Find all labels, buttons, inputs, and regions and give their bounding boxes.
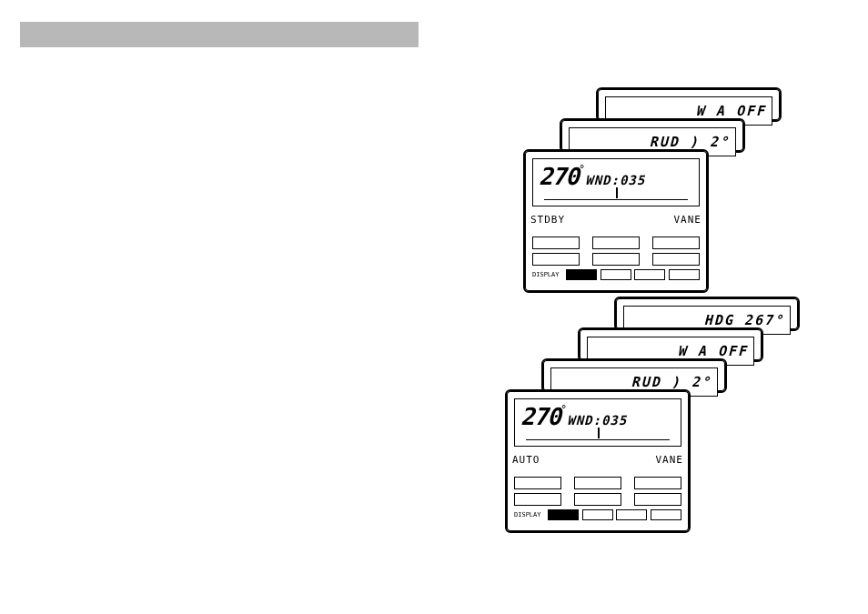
display-button[interactable] (566, 269, 597, 280)
aux-value: WND:035 (567, 413, 627, 428)
button[interactable] (634, 269, 665, 280)
lcd-text: W A OFF (696, 103, 766, 119)
title-bar (20, 22, 419, 47)
lcd: 270°WND:035 (532, 158, 700, 206)
device-back-1: RUD ) 2° (541, 358, 727, 393)
mode-right: VANE (656, 454, 684, 466)
lcd-text: RUD ) 2° (650, 134, 730, 150)
mode-left: AUTO (512, 454, 540, 466)
device-back-3: HDG 267° (614, 297, 800, 331)
mode-left: STDBY (530, 214, 565, 226)
device-back-2: W A OFF (596, 87, 782, 122)
button[interactable] (574, 477, 621, 489)
button-row (514, 493, 681, 506)
page: W A OFF RUD ) 2° 270°WND:035 STDBY VANE (0, 0, 868, 614)
heading-value: 270 (520, 403, 560, 430)
mode-row: STDBY VANE (525, 214, 707, 229)
button[interactable] (669, 269, 700, 280)
device-front: 270°WND:035 STDBY VANE DIS (523, 149, 709, 293)
button[interactable] (601, 269, 631, 280)
device-front: 270°WND:035 AUTO VANE DISP (505, 389, 691, 533)
device-stack-2: HDG 267° W A OFF RUD ) 2° 270°WND:035 AU… (505, 297, 833, 533)
lcd-text: RUD ) 2° (631, 374, 712, 390)
rudder-scale (544, 192, 688, 200)
button-row: DISPLAY (514, 509, 681, 520)
display-label: DISPLAY (514, 511, 541, 518)
button[interactable] (532, 237, 580, 249)
button[interactable] (616, 509, 647, 520)
button-grid: DISPLAY (507, 469, 689, 531)
button[interactable] (634, 477, 681, 489)
device-back-1: RUD ) 2° (560, 118, 745, 153)
button-row (532, 237, 700, 249)
button-row (532, 253, 700, 266)
display-label: DISPLAY (532, 271, 560, 278)
lcd-text: W A OFF (678, 343, 748, 359)
lcd: 270°WND:035 (514, 398, 681, 447)
button[interactable] (592, 253, 640, 266)
mode-row: AUTO VANE (507, 454, 689, 469)
mode-right: VANE (674, 214, 702, 226)
rudder-scale (526, 432, 670, 440)
display-button[interactable] (548, 509, 579, 520)
button[interactable] (514, 493, 561, 506)
button[interactable] (592, 237, 640, 249)
button[interactable] (582, 509, 613, 520)
button[interactable] (634, 493, 681, 506)
aux-value: WND:035 (585, 173, 645, 187)
button[interactable] (652, 237, 700, 249)
button[interactable] (514, 477, 561, 489)
device-back-2: W A OFF (578, 327, 763, 362)
button-grid: DISPLAY (525, 229, 707, 291)
heading-value: 270 (539, 163, 579, 190)
button[interactable] (651, 509, 681, 520)
lcd-text: HDG 267° (704, 312, 784, 328)
button[interactable] (652, 253, 700, 266)
button[interactable] (532, 253, 580, 266)
button-row (514, 477, 681, 489)
button-row: DISPLAY (532, 269, 700, 280)
device-stack-1: W A OFF RUD ) 2° 270°WND:035 STDBY VANE (523, 87, 814, 278)
button[interactable] (574, 493, 621, 506)
